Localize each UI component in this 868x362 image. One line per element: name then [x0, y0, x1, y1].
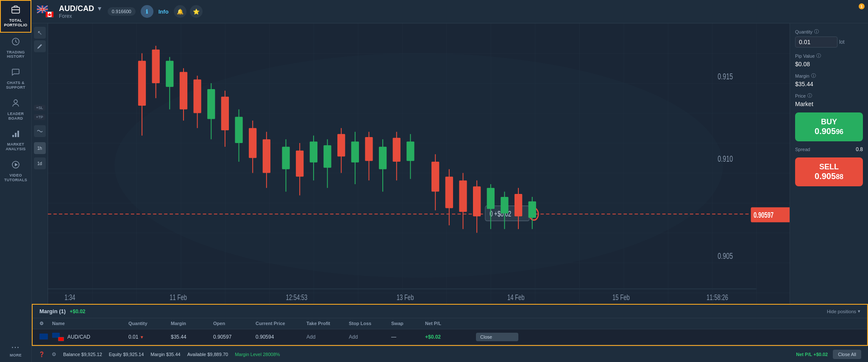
status-available: Available $9,889.70: [187, 352, 228, 357]
pen-tool[interactable]: [34, 40, 46, 52]
status-net-pl: Net P/L +$0.02: [796, 352, 828, 357]
sidebar-item-leaderboard-label: LEADER BOARD: [2, 112, 30, 121]
row-flag-pair: [52, 333, 64, 341]
star-icon: ⭐: [193, 8, 200, 15]
pair-name: AUD/CAD: [59, 4, 94, 13]
time-label-6: 15 Feb: [612, 293, 630, 301]
svg-rect-56: [351, 142, 359, 163]
svg-rect-80: [529, 202, 536, 218]
row-name: AUD/CAD: [52, 333, 128, 341]
dropdown-arrow[interactable]: ▼: [97, 5, 103, 12]
info-icon: ℹ: [146, 8, 148, 15]
instrument-type: Forex: [59, 13, 103, 19]
leaderboard-icon: [11, 98, 20, 110]
quantity-input[interactable]: [795, 36, 837, 48]
header-price-badge: 0.916600: [108, 7, 136, 16]
svg-rect-60: [379, 147, 387, 169]
sidebar-item-leaderboard[interactable]: LEADER BOARD: [0, 94, 31, 125]
close-all-button[interactable]: Close All: [833, 350, 861, 359]
info-label-btn[interactable]: Info: [157, 5, 170, 18]
chart-svg: 0 +$0.02 0.90597: [48, 23, 790, 304]
settings-icon[interactable]: ⚙: [52, 351, 56, 357]
table-row: AUD/CAD 0.01 ▼ $35.44 0.90597 0.90594 Ad…: [33, 329, 867, 345]
notification-button[interactable]: 🔔: [174, 5, 186, 18]
sell-button[interactable]: SELL 0.90588: [795, 157, 863, 186]
right-panel: Quantity ⓘ lot Pip Value ⓘ $0.08: [790, 23, 868, 304]
svg-point-3: [14, 100, 17, 103]
buy-button[interactable]: BUY 0.90596: [795, 112, 863, 141]
margin-info-icon: ⓘ: [811, 73, 816, 79]
cursor-tool[interactable]: ↖: [34, 27, 46, 39]
sidebar-item-more[interactable]: ··· MORE: [0, 340, 31, 362]
svg-rect-36: [207, 89, 215, 119]
chevron-down-icon: ▾: [858, 309, 860, 314]
svg-rect-62: [393, 138, 401, 162]
timeframe-1h[interactable]: 1h: [34, 142, 46, 154]
margin-positions-label: Margin (1): [39, 308, 66, 314]
quantity-info-icon: ⓘ: [814, 28, 819, 35]
sl-label[interactable]: +SL: [34, 105, 45, 111]
svg-rect-52: [323, 145, 331, 168]
sell-label: SELL: [800, 163, 858, 171]
col-quantity: Quantity: [128, 321, 171, 326]
portfolio-badge: 1: [859, 3, 865, 9]
svg-rect-54: [337, 134, 345, 157]
wave-tool[interactable]: [34, 125, 46, 137]
cad-flag: [45, 11, 54, 17]
history-icon: [11, 37, 20, 48]
sidebar-item-chats-label: CHATS & SUPPORT: [2, 81, 30, 90]
main-content: AUD/CAD ▼ Forex 0.916600 ℹ Info 🔔 ⭐: [32, 0, 868, 362]
col-net-pl: Net P/L: [425, 321, 476, 326]
row-take-profit[interactable]: Add: [306, 334, 349, 340]
help-icon[interactable]: ❓: [39, 351, 45, 357]
sidebar-item-chats-support[interactable]: CHATS & SUPPORT: [0, 63, 31, 94]
close-position-button[interactable]: Close: [476, 333, 518, 341]
sidebar-item-market-analysis[interactable]: MARKET ANALYSIS: [0, 125, 31, 156]
col-take-profit: Take Profit: [306, 321, 349, 326]
sidebar-item-more-label: MORE: [10, 353, 22, 358]
svg-rect-68: [445, 177, 453, 208]
info-button[interactable]: ℹ: [141, 5, 153, 18]
row-stop-loss[interactable]: Add: [349, 334, 391, 340]
margin-label: Margin ⓘ: [795, 73, 863, 79]
price-axis-0915: 0.915: [718, 72, 733, 81]
sidebar-item-portfolio-label: TOTAL PORTFOLIO: [4, 18, 27, 28]
pip-info-icon: ⓘ: [816, 53, 821, 59]
time-label-1: 1:34: [64, 293, 75, 301]
svg-rect-26: [138, 61, 146, 106]
col-swap: Swap: [391, 321, 425, 326]
positions-table-header: ⚙ Name Quantity Margin Open Current Pric…: [33, 318, 867, 329]
buy-label: BUY: [800, 118, 858, 126]
more-icon: ···: [11, 344, 19, 351]
col-open: Open: [213, 321, 256, 326]
col-current-price: Current Price: [256, 321, 306, 326]
quantity-input-row: lot: [795, 36, 863, 48]
chat-icon: [11, 67, 20, 79]
svg-rect-30: [166, 61, 173, 87]
current-price-right-text: 0.90597: [754, 211, 773, 219]
sidebar-item-total-portfolio[interactable]: 1 TOTAL PORTFOLIO: [0, 0, 31, 33]
timeframe-1d[interactable]: 1d: [34, 157, 46, 169]
sidebar-item-video-tutorials[interactable]: VIDEO TUTORIALS: [0, 156, 31, 187]
status-left: ❓ ⚙ Balance $9,925.12 Equity $9,925.14 M…: [39, 351, 280, 357]
row-flag: [39, 334, 52, 341]
header-bar: AUD/CAD ▼ Forex 0.916600 ℹ Info 🔔 ⭐: [32, 0, 868, 23]
col-name: Name: [52, 321, 128, 326]
svg-rect-78: [515, 194, 522, 216]
margin-field-group: Margin ⓘ $35.44: [795, 73, 863, 87]
col-settings[interactable]: ⚙: [39, 321, 52, 326]
sidebar-item-trading-history[interactable]: TRADING HISTORY: [0, 33, 31, 64]
bottom-panel-wrapper: Margin (1) +$0.02 Hide positions ▾ ⚙ Nam…: [32, 304, 868, 346]
svg-rect-0: [12, 7, 19, 13]
chart-container[interactable]: ↖ +SL +TP 1h 1d: [32, 23, 790, 304]
row-close[interactable]: Close: [476, 333, 518, 341]
col-stop-loss: Stop Loss: [349, 321, 391, 326]
header-action-icons: ℹ Info 🔔 ⭐: [141, 5, 203, 18]
header-instrument-info: AUD/CAD ▼ Forex: [59, 4, 103, 19]
tp-label[interactable]: +TP: [34, 114, 45, 120]
row-current-price: 0.90594: [256, 334, 306, 340]
status-balance: Balance $9,925.12: [63, 352, 102, 357]
favorite-button[interactable]: ⭐: [190, 5, 203, 18]
hide-positions-button[interactable]: Hide positions ▾: [827, 309, 860, 314]
svg-rect-72: [473, 186, 481, 216]
